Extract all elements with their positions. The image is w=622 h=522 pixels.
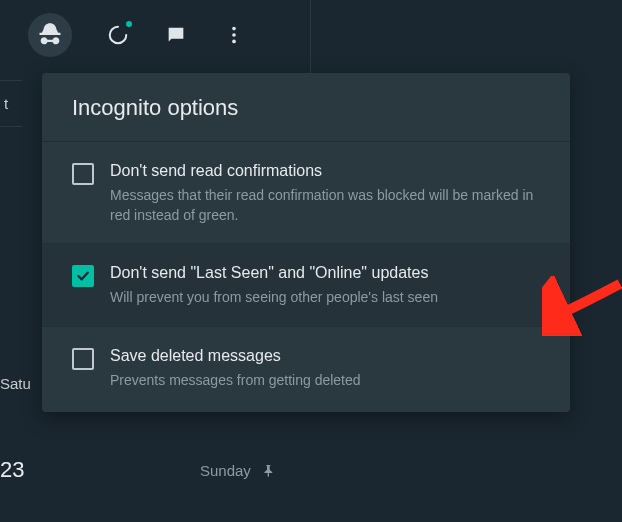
option-label: Don't send "Last Seen" and "Online" upda… [110, 264, 548, 282]
vertical-divider [310, 0, 311, 75]
sidebar-date-label: 23 [0, 457, 24, 483]
chat-day-label: Sunday [200, 462, 277, 479]
pin-icon [261, 463, 277, 479]
svg-point-0 [232, 27, 236, 31]
incognito-avatar[interactable] [28, 13, 72, 57]
chat-icon [165, 24, 187, 46]
incognito-options-panel: Incognito options Don't send read confir… [42, 73, 570, 412]
option-save-deleted[interactable]: Save deleted messages Prevents messages … [42, 327, 570, 413]
option-read-confirmations[interactable]: Don't send read confirmations Messages t… [42, 142, 570, 244]
sidebar-item-partial[interactable]: t [0, 80, 22, 127]
panel-title: Incognito options [72, 95, 540, 121]
checkbox-save-deleted[interactable] [72, 348, 94, 370]
option-description: Prevents messages from getting deleted [110, 371, 548, 391]
new-chat-button[interactable] [164, 23, 188, 47]
status-icon [107, 24, 129, 46]
status-dot [126, 21, 132, 27]
checkbox-last-seen[interactable] [72, 265, 94, 287]
menu-button[interactable] [222, 23, 246, 47]
sidebar-partial: t [0, 80, 22, 127]
menu-icon [223, 24, 245, 46]
option-text: Don't send read confirmations Messages t… [110, 162, 548, 225]
sidebar-day-label: Satu [0, 375, 31, 392]
option-last-seen[interactable]: Don't send "Last Seen" and "Online" upda… [42, 244, 570, 327]
incognito-icon [36, 21, 64, 49]
checkbox-read-confirmations[interactable] [72, 163, 94, 185]
status-button[interactable] [106, 23, 130, 47]
option-description: Messages that their read confirmation wa… [110, 186, 548, 225]
option-text: Don't send "Last Seen" and "Online" upda… [110, 264, 548, 308]
svg-point-1 [232, 33, 236, 37]
day-text: Sunday [200, 462, 251, 479]
option-label: Save deleted messages [110, 347, 548, 365]
svg-point-2 [232, 40, 236, 44]
option-text: Save deleted messages Prevents messages … [110, 347, 548, 391]
check-icon [75, 268, 91, 284]
option-description: Will prevent you from seeing other peopl… [110, 288, 548, 308]
option-label: Don't send read confirmations [110, 162, 548, 180]
panel-header: Incognito options [42, 73, 570, 142]
top-toolbar [0, 0, 622, 70]
